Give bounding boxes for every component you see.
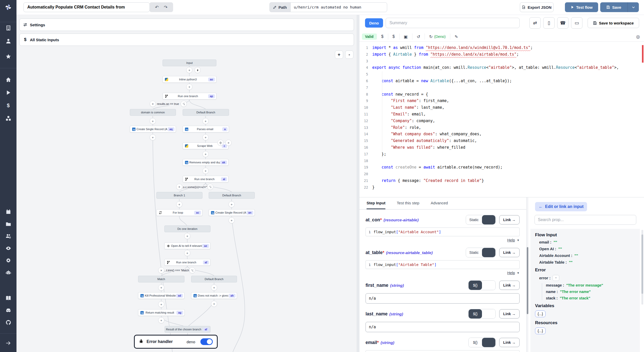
flow-node-ac[interactable]: For loopac <box>156 209 202 216</box>
code-line[interactable]: 16 "Where was filled": where_filled <box>359 144 641 151</box>
link-button[interactable]: Link → <box>499 309 520 319</box>
add-step-icon[interactable]: + <box>202 168 209 174</box>
code-line[interactable]: 3 <box>359 58 641 65</box>
flow-canvas[interactable]: + - InputInline python3aoRun one brancha… <box>16 48 357 352</box>
code-line[interactable]: 20 <box>359 171 641 178</box>
add-branch-icon[interactable] <box>207 184 213 190</box>
prop-item-airtable-table[interactable]: Airtable Table : "" <box>539 260 635 264</box>
box-icon[interactable]: ▣ <box>399 33 412 40</box>
expression-editor[interactable]: 1flow_input["Airtable Table"] <box>366 260 520 269</box>
home-icon[interactable] <box>5 77 11 83</box>
input-mode-toggle[interactable]: ${} <box>468 280 496 290</box>
code-line[interactable]: 7 <box>359 85 641 91</box>
reset-icon[interactable]: ↺ <box>412 33 425 40</box>
flow-node-a[interactable]: TSParses emaila <box>183 126 229 132</box>
cubes-icon[interactable] <box>5 115 11 121</box>
code-line[interactable]: 8 const new_record = { <box>359 91 641 98</box>
flow-node-b3h[interactable]: Match <box>138 276 184 282</box>
add-step-icon[interactable]: + <box>202 118 209 124</box>
dollar-icon[interactable]: $ <box>388 33 399 40</box>
move-icon[interactable] <box>217 140 224 146</box>
link-button[interactable]: Link → <box>499 281 520 290</box>
folder-icon[interactable] <box>5 221 11 227</box>
prop-scrollbar[interactable] <box>641 230 643 305</box>
resources-chip[interactable]: {...} <box>535 328 546 334</box>
prop-search-input[interactable] <box>535 215 636 225</box>
add-step-icon[interactable]: + <box>211 284 217 291</box>
add-step-icon[interactable]: + <box>228 217 235 223</box>
help-link[interactable]: Help <box>507 271 515 275</box>
phone-icon[interactable]: ☎ <box>557 17 569 29</box>
add-step-icon[interactable]: + <box>228 201 235 207</box>
add-step-icon[interactable]: + <box>158 284 164 291</box>
rectangle-icon[interactable]: ▯ <box>543 17 555 29</box>
flow-node-af[interactable]: Run one branchaf <box>164 259 210 266</box>
prop-item-email[interactable]: email : "" <box>539 240 635 244</box>
summary-input[interactable] <box>386 18 520 28</box>
path-input[interactable] <box>290 2 387 12</box>
flow-settings-row[interactable]: Settings <box>19 19 354 31</box>
add-step-icon[interactable]: + <box>184 233 190 239</box>
flow-node-al[interactable]: Run one branchal <box>183 176 228 182</box>
variables-chip[interactable]: {...} <box>535 311 546 317</box>
dollar-icon[interactable]: $ <box>5 102 11 108</box>
tab-step-input[interactable]: Step Input <box>367 197 385 209</box>
redo-icon[interactable]: ↷ <box>164 5 167 10</box>
undo-icon[interactable]: ↶ <box>155 5 159 10</box>
error-handler-node[interactable]: Error handler deno <box>134 335 218 349</box>
code-line[interactable]: 14 "What company does": what_company_doe… <box>359 131 641 138</box>
code-line[interactable]: 12 "Company": company, <box>359 118 641 124</box>
field-value-input[interactable] <box>366 322 520 332</box>
link-button[interactable]: Link → <box>499 338 520 347</box>
add-step-icon[interactable]: + <box>158 317 164 323</box>
user-icon[interactable] <box>5 38 11 44</box>
book-icon[interactable] <box>5 295 11 301</box>
robot-icon[interactable] <box>5 269 11 275</box>
flow-node-aq[interactable]: TSCreate Single Record (Airtable)aq <box>130 126 176 132</box>
add-step-icon[interactable]: + <box>176 201 182 207</box>
add-step-icon[interactable]: + <box>150 134 156 140</box>
flow-node-result[interactable]: Result of the chosen branchaf <box>165 326 210 333</box>
code-line[interactable]: 11 "Email": email, <box>359 111 641 118</box>
edit-or-link-button[interactable]: ← Edit or link an input <box>535 202 587 211</box>
flow-node-ao[interactable]: Inline python3ao <box>163 76 216 83</box>
language-badge[interactable]: Deno <box>365 18 383 28</box>
code-line[interactable]: 10 "Last name": last_name, <box>359 104 641 111</box>
export-json-button[interactable]: Export JSON <box>520 2 554 12</box>
bed-icon[interactable]: ▭ <box>571 17 582 29</box>
trigger-icon[interactable] <box>194 67 201 73</box>
input-mode-toggle[interactable]: Static <box>466 215 496 225</box>
swap-icon[interactable]: ⇄ <box>529 17 541 29</box>
scrollbar-thumb[interactable] <box>641 234 643 294</box>
save-dropdown-button[interactable] <box>628 2 639 12</box>
flow-node-ak[interactable]: TSRemoves empty and duplicatesak <box>183 159 228 166</box>
add-step-icon[interactable]: + <box>202 151 209 157</box>
prop-item-stack[interactable]: stack : "The error stack" <box>546 296 635 300</box>
expression-editor[interactable]: 1flow_input["Airtable Account"] <box>366 228 520 236</box>
flow-node-ah[interactable]: TSDoes not match -> gives empty valueah <box>191 292 237 299</box>
flow-node-input[interactable]: Input <box>163 60 216 66</box>
code-line[interactable]: 18 <box>359 158 641 164</box>
add-branch-icon[interactable] <box>181 101 187 107</box>
code-line[interactable]: 4export async function main(at_con: wmil… <box>359 64 641 71</box>
zoom-out-button[interactable]: - <box>345 51 353 59</box>
prop-item-name[interactable]: name : "The error name" <box>546 290 635 294</box>
flow-node-db2[interactable]: Default Branch <box>209 192 255 199</box>
add-step-icon[interactable]: + <box>211 301 217 307</box>
prop-item-error[interactable]: error : - <box>539 275 635 281</box>
flow-node-iter[interactable]: Do one iteration <box>164 225 210 232</box>
code-line[interactable]: 15 "Generated automatically": automatic, <box>359 138 641 144</box>
save-button[interactable]: Save <box>600 2 628 12</box>
add-step-icon[interactable]: + <box>202 134 209 140</box>
zoom-in-button[interactable]: + <box>335 51 343 59</box>
input-mode-toggle[interactable]: ${} <box>468 309 496 319</box>
code-line[interactable]: 1import * as wmill from "https://deno.la… <box>359 45 641 51</box>
format-icon[interactable]: ✎ <box>450 33 462 40</box>
code-line[interactable]: 22} <box>359 184 641 191</box>
tab-test-this-step[interactable]: Test this step <box>397 197 419 209</box>
prop-item-airtable-account[interactable]: Airtable Account : "" <box>539 253 635 258</box>
regenerate-deno-button[interactable]: ↻ (Deno) <box>425 33 450 40</box>
arrow-right-icon[interactable] <box>5 340 11 346</box>
add-step-icon[interactable]: + <box>158 301 164 307</box>
user-group-icon[interactable] <box>5 233 11 239</box>
